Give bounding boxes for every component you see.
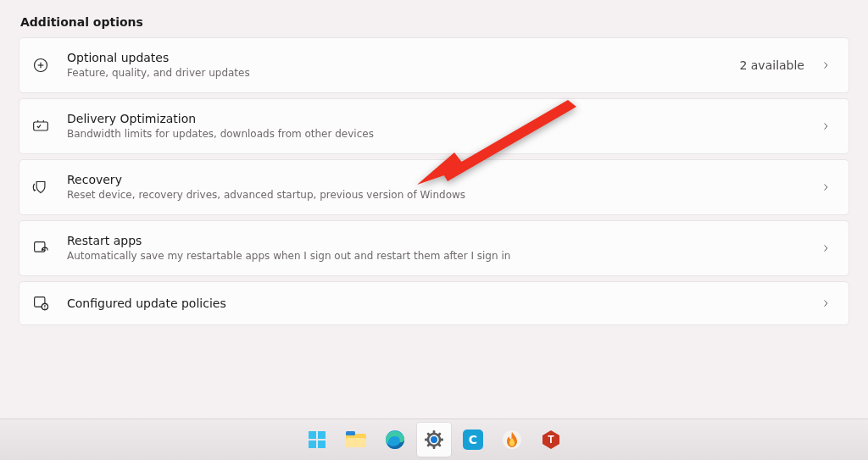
item-title: Delivery Optimization [67, 111, 820, 126]
restart-apps-icon [31, 239, 50, 258]
chevron-right-icon [820, 242, 832, 254]
chevron-right-icon [820, 59, 832, 71]
chevron-right-icon [820, 120, 832, 132]
taskbar: C T [0, 418, 868, 460]
app-c-icon[interactable]: C [456, 423, 490, 457]
svg-point-12 [44, 308, 45, 308]
item-subtitle: Reset device, recovery drives, advanced … [67, 188, 820, 202]
start-button[interactable] [300, 423, 334, 457]
item-subtitle: Bandwidth limits for updates, downloads … [67, 127, 820, 141]
svg-rect-21 [346, 431, 355, 435]
item-recovery[interactable]: Recovery Reset device, recovery drives, … [19, 159, 849, 215]
item-subtitle: Feature, quality, and driver updates [67, 66, 739, 80]
svg-text:T: T [548, 434, 554, 446]
app-t-icon[interactable]: T [534, 423, 568, 457]
svg-rect-20 [346, 438, 366, 447]
plus-circle-icon [31, 56, 50, 75]
svg-rect-18 [318, 441, 326, 448]
configured-update-policies-icon [31, 294, 50, 313]
recovery-icon [31, 178, 50, 197]
item-delivery-optimization[interactable]: Delivery Optimization Bandwidth limits f… [19, 98, 849, 154]
chevron-right-icon [820, 181, 832, 193]
settings-icon[interactable] [417, 423, 451, 457]
item-title: Recovery [67, 172, 820, 187]
svg-rect-17 [309, 441, 316, 448]
svg-rect-15 [309, 431, 316, 439]
file-explorer-icon[interactable] [339, 423, 373, 457]
item-title: Restart apps [67, 233, 820, 248]
item-configured-update-policies[interactable]: Configured update policies [19, 281, 849, 325]
section-title: Additional options [20, 15, 849, 29]
item-restart-apps[interactable]: Restart apps Automatically save my resta… [19, 220, 849, 276]
svg-rect-3 [34, 122, 48, 130]
item-title: Configured update policies [67, 296, 820, 311]
svg-point-7 [44, 250, 46, 252]
svg-point-33 [431, 437, 437, 443]
item-subtitle: Automatically save my restartable apps w… [67, 249, 820, 263]
trailing-text: 2 available [739, 58, 804, 72]
chevron-right-icon [820, 297, 832, 309]
item-optional-updates[interactable]: Optional updates Feature, quality, and d… [19, 37, 849, 93]
delivery-optimization-icon [31, 117, 50, 136]
item-title: Optional updates [67, 50, 739, 65]
edge-browser-icon[interactable] [378, 423, 412, 457]
app-flame-icon[interactable] [495, 423, 529, 457]
svg-rect-16 [318, 431, 326, 439]
